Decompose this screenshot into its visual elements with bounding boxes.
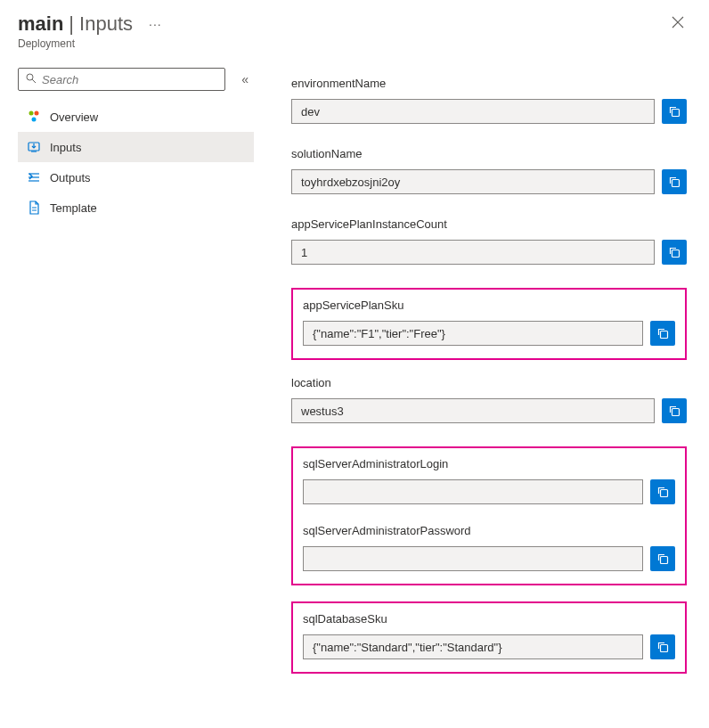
input-field-location: location westus3: [291, 376, 687, 423]
svg-rect-17: [672, 409, 680, 416]
copy-icon: [656, 552, 669, 565]
svg-rect-13: [672, 110, 680, 117]
sidebar-item-label: Inputs: [50, 141, 81, 154]
outputs-icon: [27, 170, 41, 184]
copy-icon: [668, 176, 680, 188]
copy-button[interactable]: [662, 240, 687, 265]
svg-rect-20: [661, 645, 668, 652]
sidebar-item-inputs[interactable]: Inputs: [18, 132, 254, 162]
copy-button[interactable]: [650, 479, 675, 504]
inputs-icon: [27, 140, 41, 154]
input-field-appServicePlanSku: appServicePlanSku {"name":"F1","tier":"F…: [303, 299, 675, 346]
nav-list: Overview Inputs Outputs Template: [18, 102, 254, 223]
field-value: {"name":"F1","tier":"Free"}: [303, 321, 643, 346]
svg-rect-14: [672, 180, 680, 187]
copy-icon: [668, 105, 680, 118]
input-field-sqlServerAdministratorPassword: sqlServerAdministratorPassword: [303, 524, 675, 571]
field-label: environmentName: [291, 77, 687, 90]
copy-button[interactable]: [662, 99, 687, 124]
copy-icon: [668, 246, 680, 258]
svg-point-2: [29, 111, 34, 116]
field-label: appServicePlanInstanceCount: [291, 217, 687, 231]
field-value: dev: [291, 99, 655, 124]
copy-icon: [668, 405, 680, 417]
field-value: [303, 546, 643, 571]
breadcrumb: Deployment: [18, 37, 162, 50]
copy-button[interactable]: [650, 321, 675, 346]
field-value: [303, 479, 643, 504]
sidebar: « Overview Inputs Outputs: [0, 52, 254, 708]
title-sub: Inputs: [79, 12, 133, 36]
input-field-appServicePlanInstanceCount: appServicePlanInstanceCount 1: [291, 217, 687, 265]
svg-point-4: [32, 118, 37, 122]
field-value: 1: [291, 240, 655, 265]
field-label: sqlDatabaseSku: [303, 612, 675, 626]
template-icon: [27, 200, 41, 215]
search-box[interactable]: [18, 68, 225, 91]
copy-button[interactable]: [650, 634, 675, 659]
copy-icon: [656, 486, 669, 498]
page-title: main | Inputs ···: [18, 12, 162, 36]
sidebar-item-label: Template: [50, 201, 97, 215]
svg-rect-16: [661, 331, 668, 339]
svg-point-0: [27, 74, 33, 80]
svg-rect-18: [661, 490, 668, 497]
title-main: main: [18, 12, 63, 36]
input-field-sqlDatabaseSku: sqlDatabaseSku {"name":"Standard","tier"…: [303, 612, 675, 659]
more-actions-button[interactable]: ···: [149, 17, 162, 31]
overview-icon: [27, 110, 41, 124]
close-icon: [672, 16, 684, 29]
sidebar-item-template[interactable]: Template: [18, 192, 254, 223]
copy-icon: [656, 641, 669, 653]
inputs-panel: environmentName dev solutionName toyhrdx…: [254, 52, 709, 708]
field-label: solutionName: [291, 147, 687, 160]
input-field-solutionName: solutionName toyhrdxebzosjni2oy: [291, 147, 687, 194]
sidebar-item-outputs[interactable]: Outputs: [18, 162, 254, 192]
field-label: sqlServerAdministratorLogin: [303, 457, 675, 470]
search-input[interactable]: [42, 73, 217, 86]
svg-line-1: [32, 79, 36, 83]
collapse-sidebar-button[interactable]: «: [236, 70, 254, 88]
sidebar-item-overview[interactable]: Overview: [18, 102, 254, 132]
input-field-environmentName: environmentName dev: [291, 77, 687, 124]
field-label: location: [291, 376, 687, 389]
highlight-group-2: sqlServerAdministratorLogin sqlServerAdm…: [291, 446, 687, 585]
svg-point-3: [35, 111, 39, 116]
svg-rect-19: [661, 557, 668, 564]
highlight-group-3: sqlDatabaseSku {"name":"Standard","tier"…: [291, 601, 687, 674]
copy-button[interactable]: [662, 169, 687, 194]
field-value: toyhrdxebzosjni2oy: [291, 169, 655, 194]
page-header: main | Inputs ··· Deployment: [0, 0, 709, 52]
field-value: westus3: [291, 398, 655, 423]
search-icon: [26, 73, 37, 86]
svg-rect-15: [672, 250, 680, 258]
sidebar-item-label: Overview: [50, 110, 98, 124]
field-label: sqlServerAdministratorPassword: [303, 524, 675, 537]
copy-icon: [656, 327, 669, 339]
field-label: appServicePlanSku: [303, 299, 675, 312]
sidebar-item-label: Outputs: [50, 171, 91, 184]
close-button[interactable]: [664, 12, 691, 35]
field-value: {"name":"Standard","tier":"Standard"}: [303, 634, 643, 659]
copy-button[interactable]: [662, 398, 687, 423]
copy-button[interactable]: [650, 546, 675, 571]
title-divider: |: [69, 12, 74, 36]
highlight-group-1: appServicePlanSku {"name":"F1","tier":"F…: [291, 288, 687, 360]
input-field-sqlServerAdministratorLogin: sqlServerAdministratorLogin: [303, 457, 675, 504]
